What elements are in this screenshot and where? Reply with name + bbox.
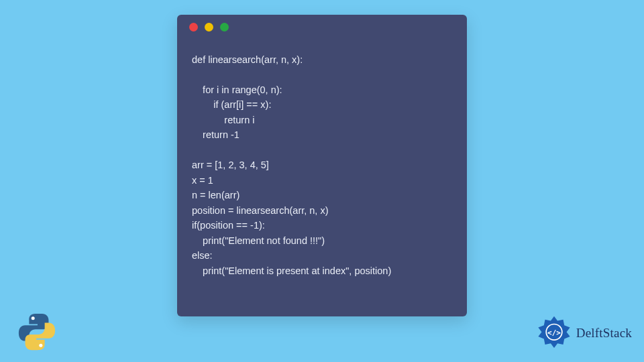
code-line: print("Element is present at index", pos…: [192, 265, 391, 276]
brand-name: DelftStack: [576, 326, 632, 341]
svg-point-1: [39, 344, 42, 347]
svg-point-0: [32, 316, 35, 320]
code-line: position = linearsearch(arr, n, x): [192, 205, 329, 216]
close-icon[interactable]: [189, 23, 198, 32]
code-line: def linearsearch(arr, n, x):: [192, 54, 303, 65]
svg-text:</>: </>: [547, 328, 561, 337]
code-line: for i in range(0, n):: [192, 84, 282, 95]
code-line: print("Element not found !!!"): [192, 235, 325, 246]
delftstack-logo-icon: </>: [536, 315, 572, 351]
code-line: x = 1: [192, 175, 213, 186]
code-line: if (arr[i] == x):: [192, 99, 271, 110]
window-titlebar: [177, 15, 467, 39]
code-window: def linearsearch(arr, n, x): for i in ra…: [177, 15, 467, 316]
code-block: def linearsearch(arr, n, x): for i in ra…: [177, 39, 467, 290]
brand-badge: </> DelftStack: [536, 315, 632, 351]
minimize-icon[interactable]: [205, 23, 213, 32]
code-line: arr = [1, 2, 3, 4, 5]: [192, 160, 269, 170]
code-line: return i: [192, 115, 254, 125]
maximize-icon[interactable]: [220, 23, 229, 32]
code-line: if(position == -1):: [192, 220, 265, 231]
code-line: return -1: [192, 129, 239, 140]
code-line: else:: [192, 250, 213, 261]
code-line: n = len(arr): [192, 190, 239, 200]
python-logo-icon: [16, 311, 58, 353]
